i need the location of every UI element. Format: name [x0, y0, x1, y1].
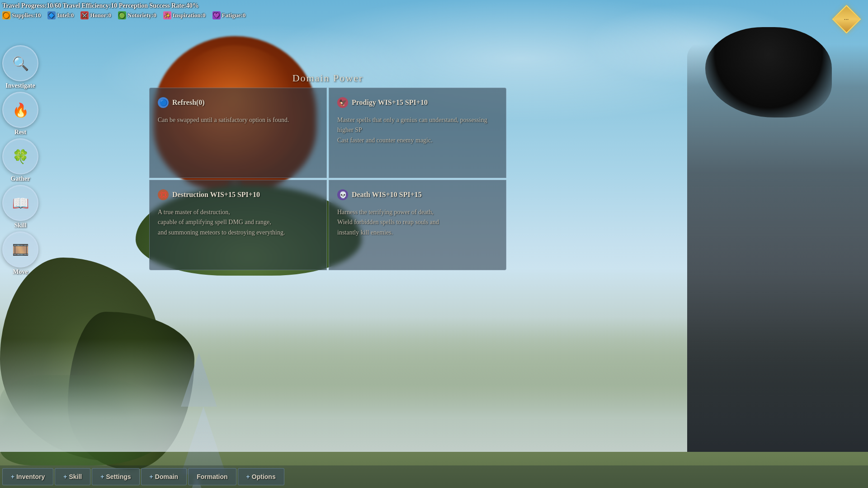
skill-plus: +	[63, 473, 67, 480]
inspiration-value: Inspiration:0	[173, 12, 206, 19]
skill-label: Skill	[14, 222, 26, 229]
fatigue-icon: 💜	[212, 11, 221, 19]
fatigue-value: Fatigue:0	[222, 12, 246, 19]
rest-label: Rest	[14, 129, 26, 136]
notoriety-icon: 🟢	[118, 11, 126, 19]
domain-card-refresh[interactable]: 🔵 Refresh(0) Can be swapped until a sati…	[149, 88, 327, 178]
stat-honor: ⚔️Honor:0	[80, 11, 111, 19]
inspiration-icon: ✨	[163, 11, 171, 19]
left-sidebar: 🔍 Investigate 🔥 Rest 🍀 Gather 📖 Skill 🎞️…	[2, 45, 38, 276]
inventory-plus: +	[11, 473, 14, 480]
character-art	[651, 0, 868, 488]
domain-card-prodigy[interactable]: 🦅 Prodigy WIS+15 SPI+10 Master spells th…	[329, 88, 506, 178]
skill-circle: 📖	[2, 185, 38, 221]
stat-notoriety: 🟢Notoriety:0	[118, 11, 156, 19]
intel-icon: 🔷	[47, 11, 56, 19]
skill-button[interactable]: 📖 Skill	[2, 185, 38, 229]
move-label: Move	[13, 268, 28, 276]
refresh-icon: 🔵	[158, 97, 169, 108]
intel-value: Intel:0	[57, 12, 74, 19]
death-icon: 💀	[337, 189, 348, 200]
gather-label: Gather	[11, 175, 30, 183]
move-icon: 🎞️	[12, 242, 29, 258]
domain-button[interactable]: + Domain	[141, 468, 187, 485]
investigate-icon: 🔍	[12, 56, 29, 71]
travel-info: Travel Progress:10/60 Travel Efficiency:…	[2, 2, 866, 9]
destruction-body: A true master of destruction,capable of …	[158, 207, 318, 238]
domain-plus: +	[150, 473, 153, 480]
destruction-icon: 💢	[158, 189, 169, 200]
options-plus: +	[246, 473, 250, 480]
investigate-circle: 🔍	[2, 45, 38, 81]
refresh-title: Refresh(0)	[172, 99, 205, 107]
domain-grid: 🔵 Refresh(0) Can be swapped until a sati…	[149, 88, 506, 270]
domain-card-destruction[interactable]: 💢 Destruction WIS+15 SPI+10 A true maste…	[149, 180, 327, 270]
formation-label: Formation	[197, 473, 227, 480]
prodigy-title: Prodigy WIS+15 SPI+10	[352, 99, 428, 107]
settings-button[interactable]: + Settings	[92, 468, 139, 485]
settings-label: Settings	[106, 473, 131, 480]
rest-circle: 🔥	[2, 92, 38, 128]
diamond-icon	[832, 5, 861, 34]
investigate-label: Investigate	[5, 82, 35, 89]
top-right-diamond[interactable]	[836, 9, 859, 32]
inventory-label: Inventory	[16, 473, 45, 480]
rest-button[interactable]: 🔥 Rest	[2, 92, 38, 136]
options-button[interactable]: + Options	[238, 468, 284, 485]
prodigy-body: Master spells that only a genius can und…	[337, 115, 498, 145]
move-button[interactable]: 🎞️ Move	[2, 231, 38, 276]
skill-toolbar-button[interactable]: + Skill	[55, 468, 90, 485]
refresh-body: Can be swapped until a satisfactory opti…	[158, 115, 318, 125]
death-body: Harness the terrifying power of death,Wi…	[337, 207, 498, 238]
gather-circle: 🍀	[2, 138, 38, 174]
bottom-toolbar: + Inventory + Skill + Settings + Domain …	[0, 465, 868, 488]
honor-icon: ⚔️	[80, 11, 89, 19]
death-title: Death WIS+10 SPI+15	[352, 191, 422, 199]
domain-panel: Domain Power 🔵 Refresh(0) Can be swapped…	[149, 72, 506, 270]
supplies-value: Supplies:10	[12, 12, 41, 19]
investigate-button[interactable]: 🔍 Investigate	[2, 45, 38, 89]
skill-toolbar-label: Skill	[69, 473, 82, 480]
move-circle: 🎞️	[2, 231, 38, 267]
card-header-refresh: 🔵 Refresh(0)	[158, 97, 318, 108]
stat-fatigue: 💜Fatigue:0	[212, 11, 246, 19]
card-header-prodigy: 🦅 Prodigy WIS+15 SPI+10	[337, 97, 498, 108]
notoriety-value: Notoriety:0	[127, 12, 156, 19]
domain-card-death[interactable]: 💀 Death WIS+10 SPI+15 Harness the terrif…	[329, 180, 506, 270]
options-label: Options	[252, 473, 276, 480]
destruction-title: Destruction WIS+15 SPI+10	[172, 191, 260, 199]
inventory-button[interactable]: + Inventory	[2, 468, 53, 485]
formation-button[interactable]: Formation	[188, 468, 236, 485]
domain-label: Domain	[155, 473, 178, 480]
stats-bar: 🟠Supplies:10🔷Intel:0⚔️Honor:0🟢Notoriety:…	[2, 11, 866, 19]
card-header-death: 💀 Death WIS+10 SPI+15	[337, 189, 498, 200]
gather-icon: 🍀	[12, 149, 29, 164]
supplies-icon: 🟠	[2, 11, 10, 19]
stat-inspiration: ✨Inspiration:0	[163, 11, 206, 19]
stat-intel: 🔷Intel:0	[47, 11, 74, 19]
honor-value: Honor:0	[90, 12, 111, 19]
skill-icon: 📖	[12, 195, 29, 211]
top-hud: Travel Progress:10/60 Travel Efficiency:…	[2, 2, 866, 19]
card-header-destruction: 💢 Destruction WIS+15 SPI+10	[158, 189, 318, 200]
prodigy-icon: 🦅	[337, 97, 348, 108]
settings-plus: +	[100, 473, 104, 480]
domain-title: Domain Power	[149, 72, 506, 84]
rest-icon: 🔥	[12, 102, 29, 118]
gather-button[interactable]: 🍀 Gather	[2, 138, 38, 183]
stat-supplies: 🟠Supplies:10	[2, 11, 41, 19]
